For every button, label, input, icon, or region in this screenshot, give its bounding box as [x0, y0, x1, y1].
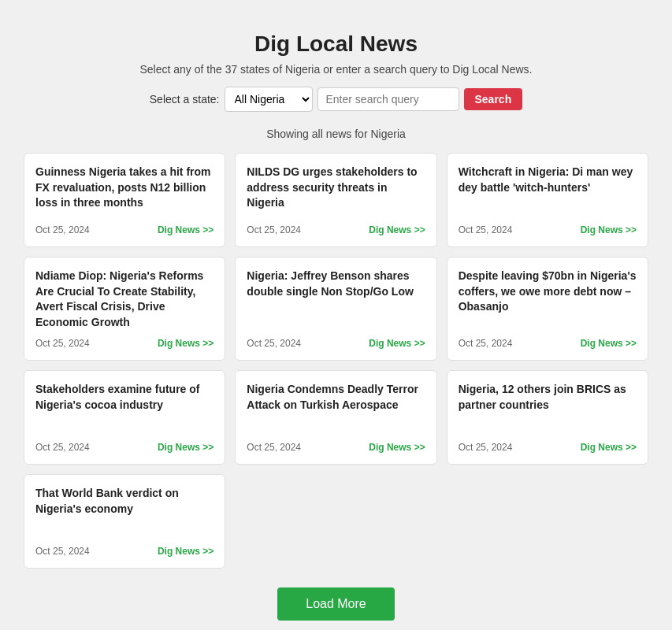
search-button[interactable]: Search	[464, 88, 523, 110]
news-card-title: Nigeria: Jeffrey Benson shares double si…	[247, 269, 425, 299]
news-card-footer: Oct 25, 2024Dig News >>	[459, 442, 637, 453]
news-card-date: Oct 25, 2024	[35, 224, 90, 235]
news-card-title: Witchcraft in Nigeria: Di man wey dey ba…	[459, 165, 637, 195]
news-card-title: That World Bank verdict on Nigeria's eco…	[35, 486, 213, 517]
news-card-link[interactable]: Dig News >>	[158, 338, 213, 349]
subtitle-text: Select any of the 37 states of Nigeria o…	[16, 63, 656, 76]
state-select[interactable]: All NigeriaAbiaAdamawaAkwa IbomAnambraBa…	[225, 87, 313, 112]
news-card-link[interactable]: Dig News >>	[581, 442, 637, 453]
news-card: Witchcraft in Nigeria: Di man wey dey ba…	[447, 153, 648, 247]
news-card: NILDS DG urges stakeholders to address s…	[235, 153, 436, 247]
news-card-footer: Oct 25, 2024Dig News >>	[35, 338, 213, 349]
news-card-footer: Oct 25, 2024Dig News >>	[247, 338, 425, 349]
news-card-link[interactable]: Dig News >>	[369, 338, 425, 349]
news-card: Ndiame Diop: Nigeria's Reforms Are Cruci…	[24, 257, 225, 361]
news-card-footer: Oct 25, 2024Dig News >>	[247, 224, 425, 235]
search-input[interactable]	[317, 87, 459, 111]
news-card-link[interactable]: Dig News >>	[158, 224, 213, 235]
news-card-footer: Oct 25, 2024Dig News >>	[247, 442, 425, 453]
news-grid: Guinness Nigeria takes a hit from FX rev…	[16, 153, 656, 569]
news-card-link[interactable]: Dig News >>	[581, 338, 637, 349]
page-title: Dig Local News	[16, 32, 656, 57]
news-card: Nigeria Condemns Deadly Terror Attack on…	[235, 370, 436, 465]
news-card: Nigeria, 12 others join BRICS as partner…	[447, 370, 648, 465]
news-card-title: Guinness Nigeria takes a hit from FX rev…	[35, 165, 213, 211]
news-card-date: Oct 25, 2024	[459, 442, 513, 453]
news-card-title: Despite leaving $70bn in Nigeria's coffe…	[459, 269, 637, 315]
news-card-footer: Oct 25, 2024Dig News >>	[35, 442, 213, 453]
news-card-footer: Oct 25, 2024Dig News >>	[459, 224, 637, 235]
news-card-title: Nigeria Condemns Deadly Terror Attack on…	[247, 382, 425, 413]
news-card-link[interactable]: Dig News >>	[158, 546, 213, 557]
news-card-link[interactable]: Dig News >>	[369, 224, 425, 235]
news-card-title: Ndiame Diop: Nigeria's Reforms Are Cruci…	[35, 269, 213, 330]
showing-text: Showing all news for Nigeria	[16, 128, 656, 140]
state-label: Select a state:	[150, 93, 220, 106]
news-card-date: Oct 25, 2024	[459, 338, 513, 349]
news-card-date: Oct 25, 2024	[247, 224, 301, 235]
page-header: Dig Local News Select any of the 37 stat…	[16, 16, 656, 128]
news-card-date: Oct 25, 2024	[35, 338, 90, 349]
news-card-footer: Oct 25, 2024Dig News >>	[459, 338, 637, 349]
news-card: That World Bank verdict on Nigeria's eco…	[24, 474, 225, 569]
news-card-title: Nigeria, 12 others join BRICS as partner…	[459, 382, 637, 413]
news-card-date: Oct 25, 2024	[247, 338, 301, 349]
news-card: Nigeria: Jeffrey Benson shares double si…	[235, 257, 436, 361]
search-bar: Select a state: All NigeriaAbiaAdamawaAk…	[16, 87, 656, 112]
news-card-date: Oct 25, 2024	[35, 546, 90, 557]
news-card-title: Stakeholders examine future of Nigeria's…	[35, 382, 213, 413]
news-card-date: Oct 25, 2024	[247, 442, 301, 453]
news-card-footer: Oct 25, 2024Dig News >>	[35, 224, 213, 235]
news-card-date: Oct 25, 2024	[35, 442, 90, 453]
news-card-footer: Oct 25, 2024Dig News >>	[35, 546, 213, 557]
load-more-container: Load More	[16, 587, 656, 621]
load-more-button[interactable]: Load More	[277, 587, 395, 621]
news-card-link[interactable]: Dig News >>	[158, 442, 213, 453]
news-card-link[interactable]: Dig News >>	[581, 224, 637, 235]
news-card: Despite leaving $70bn in Nigeria's coffe…	[447, 257, 648, 361]
news-card-date: Oct 25, 2024	[459, 224, 513, 235]
news-card: Stakeholders examine future of Nigeria's…	[24, 370, 225, 465]
news-card: Guinness Nigeria takes a hit from FX rev…	[24, 153, 225, 247]
news-card-title: NILDS DG urges stakeholders to address s…	[247, 165, 425, 211]
news-card-link[interactable]: Dig News >>	[369, 442, 425, 453]
